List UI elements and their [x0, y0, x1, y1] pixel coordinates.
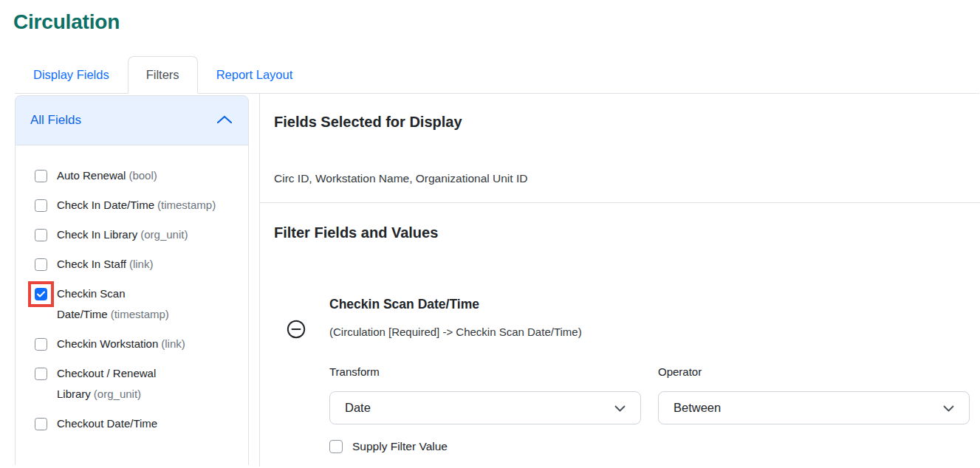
field-type: (org_unit): [94, 388, 141, 400]
selected-fields-text: Circ ID, Workstation Name, Organizationa…: [274, 171, 965, 185]
chevron-up-icon: [216, 113, 233, 128]
filter-fields-section: Filter Fields and Values Checkin Scan Da…: [260, 203, 980, 453]
field-label: Check In Library: [57, 228, 137, 241]
filter-fields-heading: Filter Fields and Values: [274, 224, 970, 241]
tab-filters[interactable]: Filters: [128, 56, 198, 94]
field-type: (link): [129, 258, 154, 270]
filter-entry-path: (Circulation [Required] -> Checkin Scan …: [329, 325, 970, 339]
field-checkbox[interactable]: [35, 199, 47, 212]
main-panel: Fields Selected for Display Circ ID, Wor…: [259, 94, 980, 467]
tab-report-layout[interactable]: Report Layout: [198, 56, 312, 94]
field-checkbox[interactable]: [35, 418, 47, 430]
supply-filter-value-label: Supply Filter Value: [352, 440, 448, 453]
field-label: Auto Renewal: [57, 169, 126, 182]
tab-bar: Display Fields Filters Report Layout: [15, 56, 979, 94]
field-checkbox[interactable]: [35, 288, 47, 300]
operator-label: Operator: [658, 365, 970, 379]
field-type: (bool): [129, 169, 157, 182]
field-type: (link): [161, 337, 185, 350]
all-fields-label: All Fields: [30, 113, 81, 128]
all-fields-accordion-header[interactable]: All Fields: [15, 95, 249, 145]
field-row-checkin-workstation: Checkin Workstation(link): [35, 329, 248, 359]
field-checkbox[interactable]: [35, 229, 47, 241]
field-label: Check In Staff: [57, 258, 126, 270]
operator-selected-value: Between: [674, 401, 721, 415]
fields-sidebar: All Fields Auto Renewal(bool) Check In D…: [15, 95, 249, 467]
content-area: All Fields Auto Renewal(bool) Check In D…: [0, 94, 980, 467]
field-row-check-in-datetime: Check In Date/Time(timestamp): [35, 190, 248, 220]
operator-select[interactable]: Between: [658, 391, 970, 424]
field-label: Check In Date/Time: [57, 199, 154, 211]
chevron-down-icon: [614, 401, 626, 415]
transform-select[interactable]: Date: [329, 391, 641, 424]
field-label: Checkout Date/Time: [57, 417, 157, 430]
field-checkbox[interactable]: [35, 258, 47, 271]
field-row-auto-renewal: Auto Renewal(bool): [35, 161, 248, 190]
field-list: Auto Renewal(bool) Check In Date/Time(ti…: [15, 145, 249, 465]
filter-entry-name: Checkin Scan Date/Time: [329, 297, 970, 312]
remove-filter-button[interactable]: [287, 320, 306, 339]
page-title: Circulation: [13, 10, 980, 34]
field-row-check-in-library: Check In Library(org_unit): [35, 220, 248, 250]
field-type: (timestamp): [111, 308, 169, 320]
field-row-checkin-scan-datetime: Checkin Scan Date/Time(timestamp): [35, 279, 248, 329]
fields-selected-section: Fields Selected for Display Circ ID, Wor…: [260, 94, 980, 203]
supply-filter-value-checkbox[interactable]: [329, 440, 343, 453]
fields-selected-heading: Fields Selected for Display: [274, 113, 965, 131]
field-label: Checkin Workstation: [57, 337, 158, 350]
field-type: (timestamp): [157, 199, 216, 211]
transform-selected-value: Date: [345, 401, 371, 415]
highlight-red-box: [35, 288, 47, 300]
field-row-check-in-staff: Check In Staff(link): [35, 250, 248, 279]
field-row-checkout-renewal-library: Checkout / Renewal Library(org_unit): [35, 359, 248, 409]
field-type: (org_unit): [140, 228, 188, 241]
field-checkbox[interactable]: [35, 170, 47, 182]
field-row-checkout-datetime: Checkout Date/Time: [35, 409, 248, 438]
minus-circle-icon: [287, 330, 306, 341]
transform-label: Transform: [329, 365, 641, 379]
field-checkbox[interactable]: [35, 368, 47, 380]
tab-display-fields[interactable]: Display Fields: [15, 56, 128, 94]
chevron-down-icon: [943, 401, 954, 415]
field-checkbox[interactable]: [35, 338, 47, 351]
filter-entry-checkin-scan-datetime: Checkin Scan Date/Time (Circulation [Req…: [274, 297, 970, 453]
